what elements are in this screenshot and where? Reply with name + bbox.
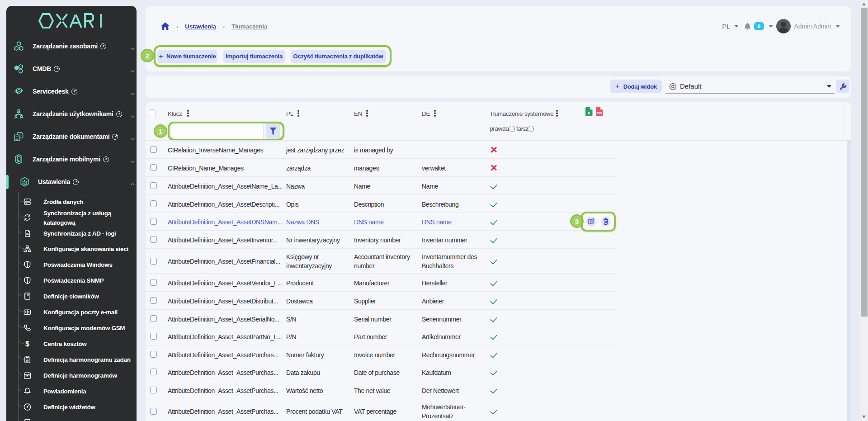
svg-text:PDF: PDF	[597, 112, 602, 114]
svg-text:X: X	[587, 110, 590, 115]
